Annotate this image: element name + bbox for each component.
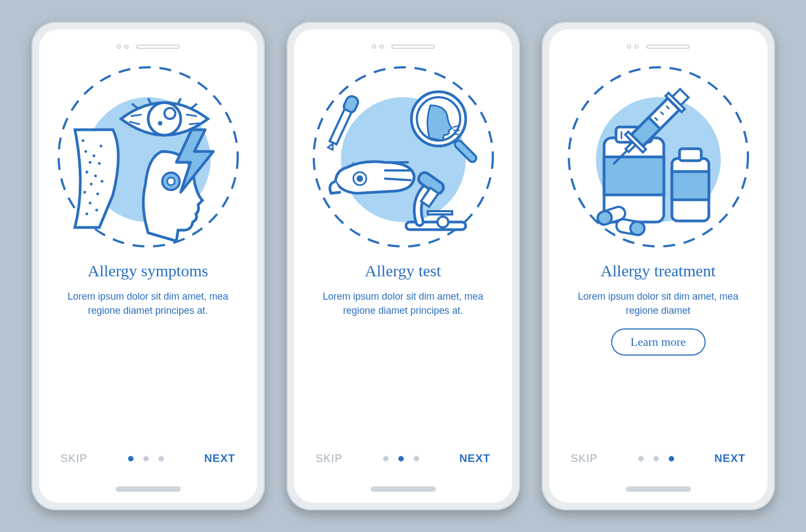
dot-3[interactable] [414,456,419,461]
dot-2[interactable] [398,456,404,461]
learn-more-button[interactable]: Learn more [611,328,706,356]
dot-3[interactable] [158,456,164,461]
svg-rect-34 [428,211,452,214]
dot-1[interactable] [383,456,389,461]
svg-point-21 [167,178,175,185]
svg-point-10 [94,175,97,178]
skip-button[interactable]: SKIP [316,452,343,465]
dot-1[interactable] [638,456,644,461]
svg-point-30 [357,175,363,182]
nav-row: SKIP NEXT [39,452,257,465]
skip-button[interactable]: SKIP [61,452,88,465]
svg-rect-46 [672,172,709,200]
allergy-symptoms-illustration [56,65,240,249]
screen-description: Lorem ipsum dolor sit dim amet, mea regi… [569,289,748,318]
svg-rect-61 [629,221,645,236]
screen-title: Allergy test [365,261,441,281]
screen-title: Allergy treatment [601,261,716,281]
svg-point-4 [158,121,162,125]
phone-frame-3: Allergy treatment Lorem ipsum dolor sit … [542,22,775,510]
next-button[interactable]: NEXT [204,452,235,465]
sensor-bar [117,45,180,49]
allergy-treatment-illustration [566,65,751,249]
sensor-bar [627,45,690,49]
svg-rect-47 [680,149,701,161]
home-indicator [626,486,691,492]
svg-point-5 [84,150,87,153]
page-indicator [383,456,419,461]
home-indicator [371,486,436,492]
dot-1[interactable] [128,456,134,461]
svg-point-7 [88,161,91,164]
screen-3: Allergy treatment Lorem ipsum dolor sit … [549,29,767,503]
screen-description: Lorem ipsum dolor sit dim amet, mea regi… [59,289,238,318]
phone-frame-1: Allergy symptoms Lorem ipsum dolor sit d… [31,22,265,510]
svg-point-12 [90,183,92,186]
screen-1: Allergy symptoms Lorem ipsum dolor sit d… [39,29,257,503]
svg-point-18 [81,140,84,142]
sensor-bar [372,45,435,49]
svg-point-19 [99,145,102,148]
screen-description: Lorem ipsum dolor sit dim amet, mea regi… [314,289,493,318]
page-indicator [128,456,164,461]
screen-title: Allergy symptoms [88,261,208,281]
dot-3[interactable] [669,456,674,461]
dot-2[interactable] [653,456,659,461]
phone-frame-2: Allergy test Lorem ipsum dolor sit dim a… [287,22,520,510]
svg-point-15 [88,202,91,205]
allergy-test-illustration [311,65,496,249]
svg-point-9 [85,171,88,174]
svg-point-35 [437,217,448,227]
svg-point-11 [100,180,103,183]
nav-row: SKIP NEXT [549,452,767,465]
svg-point-17 [85,213,88,216]
svg-point-14 [96,193,99,195]
svg-point-2 [148,103,181,135]
svg-point-13 [83,191,86,194]
home-indicator [116,486,181,492]
skip-button[interactable]: SKIP [571,452,598,465]
svg-point-6 [92,155,95,157]
next-button[interactable]: NEXT [459,452,490,465]
nav-row: SKIP NEXT [294,452,512,465]
svg-point-16 [95,209,98,212]
svg-point-8 [98,162,100,165]
next-button[interactable]: NEXT [714,452,745,465]
dot-2[interactable] [143,456,149,461]
screen-2: Allergy test Lorem ipsum dolor sit dim a… [294,29,512,503]
svg-rect-39 [604,157,664,195]
page-indicator [638,456,674,461]
